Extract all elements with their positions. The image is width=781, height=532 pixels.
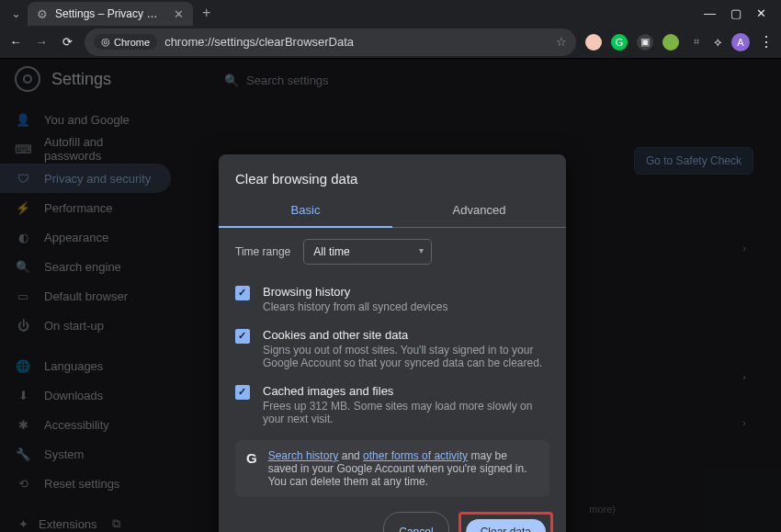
sidebar-item-privacy[interactable]: 🛡Privacy and security <box>0 164 171 193</box>
globe-icon: 🌐 <box>15 359 31 373</box>
sidebar-item-reset[interactable]: ⟲Reset settings <box>0 469 171 498</box>
check-cookies[interactable]: Cookies and other site data Signs you ou… <box>235 321 549 377</box>
browser-tab[interactable]: ⚙ Settings – Privacy and security ✕ <box>28 2 193 26</box>
external-link-icon: ⧉ <box>108 516 125 531</box>
sidebar-item-on-startup[interactable]: ⏻On start-up <box>0 311 171 340</box>
wrench-icon: 🔧 <box>15 447 31 461</box>
close-window-icon[interactable]: ✕ <box>756 6 766 20</box>
autofill-icon: ⌨ <box>15 142 31 156</box>
chevron-right-icon[interactable]: › <box>742 371 746 382</box>
clear-browsing-data-dialog: Clear browsing data Basic Advanced Time … <box>219 154 566 532</box>
sidebar-item-extensions[interactable]: ✦Extensions⧉ <box>0 509 171 532</box>
appearance-icon: ◐ <box>15 231 31 244</box>
maximize-icon[interactable]: ▢ <box>730 6 741 20</box>
power-icon: ⏻ <box>15 319 31 333</box>
toolbar: ← → ⟳ ◎Chrome chrome://settings/clearBro… <box>0 26 781 59</box>
reset-icon: ⟲ <box>15 477 31 491</box>
tab-basic[interactable]: Basic <box>219 196 392 228</box>
url-text: chrome://settings/clearBrowserData <box>164 35 354 49</box>
sidebar-item-search-engine[interactable]: 🔍Search engine <box>0 252 171 281</box>
safety-check-button[interactable]: Go to Safety Check <box>634 147 753 175</box>
dialog-title: Clear browsing data <box>219 154 566 196</box>
chevron-right-icon[interactable]: › <box>742 243 746 254</box>
other-activity-link[interactable]: other forms of activity <box>363 449 468 462</box>
kebab-menu-icon[interactable]: ⋮ <box>759 33 774 51</box>
search-history-link[interactable]: Search history <box>268 449 339 462</box>
omnibox[interactable]: ◎Chrome chrome://settings/clearBrowserDa… <box>85 28 576 56</box>
new-tab-button[interactable]: + <box>202 5 210 21</box>
gear-icon: ⚙ <box>37 7 48 20</box>
person-icon: 👤 <box>15 113 31 127</box>
forward-button: → <box>33 35 50 49</box>
extension-icon[interactable] <box>585 34 602 51</box>
extensions-puzzle-icon[interactable]: ⟡ <box>714 35 722 50</box>
tab-list-dropdown[interactable]: ⌄ <box>9 6 22 19</box>
chrome-chip: ◎Chrome <box>94 34 157 50</box>
highlight-box: Clear data <box>458 512 553 532</box>
truncated-text: more) <box>589 504 616 515</box>
puzzle-icon: ✦ <box>15 517 31 531</box>
check-cached[interactable]: Cached images and files Frees up 312 MB.… <box>235 377 549 433</box>
sidebar-item-performance[interactable]: ⚡Performance <box>0 193 171 222</box>
tab-advanced[interactable]: Advanced <box>392 196 566 228</box>
sidebar-item-default-browser[interactable]: ▭Default browser <box>0 281 171 311</box>
accessibility-icon: ✱ <box>15 418 31 432</box>
checkbox[interactable] <box>235 329 250 344</box>
sidebar-item-downloads[interactable]: ⬇Downloads <box>0 380 171 410</box>
sidebar-item-appearance[interactable]: ◐Appearance <box>0 222 171 252</box>
sidebar-item-autofill[interactable]: ⌨Autofill and passwords <box>0 134 171 164</box>
tab-title: Settings – Privacy and security <box>55 7 159 20</box>
sidebar-item-system[interactable]: 🔧System <box>0 439 171 469</box>
minimize-icon[interactable]: — <box>704 6 716 20</box>
extension-icons: G ▣ ⌗ ⟡ A ⋮ <box>585 33 774 51</box>
check-browsing-history[interactable]: Browsing history Clears history from all… <box>235 277 549 321</box>
cancel-button[interactable]: Cancel <box>383 512 448 532</box>
titlebar: ⌄ ⚙ Settings – Privacy and security ✕ + … <box>0 0 781 26</box>
search-icon: 🔍 <box>15 260 31 274</box>
extension-icon[interactable] <box>662 34 679 51</box>
sidebar-item-you-and-google[interactable]: 👤You and Google <box>0 105 171 134</box>
search-icon: 🔍 <box>224 74 239 87</box>
lock-icon: ◎ <box>101 36 110 48</box>
extension-icon[interactable]: ⌗ <box>688 34 705 51</box>
browser-icon: ▭ <box>15 289 31 303</box>
sidebar-item-languages[interactable]: 🌐Languages <box>0 351 171 380</box>
search-settings[interactable]: 🔍 Search settings <box>224 74 759 87</box>
profile-avatar[interactable]: A <box>731 33 750 51</box>
clear-data-button[interactable]: Clear data <box>466 519 546 532</box>
bookmark-star-icon[interactable]: ☆ <box>556 35 567 49</box>
sidebar-item-accessibility[interactable]: ✱Accessibility <box>0 410 171 439</box>
extension-icon[interactable]: G <box>611 34 628 51</box>
checkbox[interactable] <box>235 286 250 300</box>
back-button[interactable]: ← <box>7 35 24 49</box>
download-icon: ⬇ <box>15 389 31 402</box>
reload-button[interactable]: ⟳ <box>59 35 75 49</box>
account-info-box: G Search history and other forms of acti… <box>235 440 549 497</box>
time-range-select[interactable]: All time <box>303 239 432 265</box>
sidebar: 👤You and Google ⌨Autofill and passwords … <box>0 59 175 532</box>
chevron-right-icon[interactable]: › <box>742 417 746 428</box>
google-g-icon: G <box>246 449 257 488</box>
search-placeholder: Search settings <box>246 74 329 87</box>
time-range-label: Time range <box>235 245 290 258</box>
shield-icon: 🛡 <box>15 172 31 186</box>
checkbox[interactable] <box>235 385 250 400</box>
close-tab-icon[interactable]: ✕ <box>174 7 184 21</box>
extension-icon[interactable]: ▣ <box>637 34 653 51</box>
speed-icon: ⚡ <box>15 201 31 215</box>
